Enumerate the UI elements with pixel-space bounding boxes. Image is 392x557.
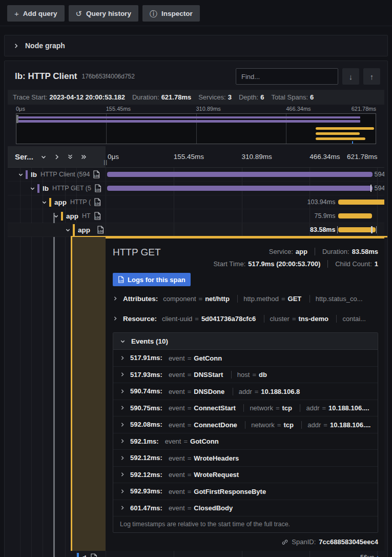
- span-row[interactable]: db LOG 56μs ↑: [8, 551, 384, 557]
- event-row[interactable]: 517.93ms: event=DNSStart host=db: [113, 367, 378, 384]
- span-id-value: 7cc688583045eec4: [319, 538, 378, 546]
- event-key: event: [169, 504, 185, 512]
- event-pair: event=DNSDone: [169, 388, 224, 395]
- timeline-gridline: [310, 209, 310, 223]
- span-row[interactable]: lb HTTP GET (5 LOG 594: [8, 182, 384, 195]
- span-name-cell[interactable]: app HTTP ( LOG: [8, 195, 106, 209]
- logs-for-span-button[interactable]: LOG Logs for this span: [113, 273, 191, 286]
- collapse-all-icon[interactable]: [80, 154, 87, 160]
- log-document-icon[interactable]: LOG: [94, 184, 101, 192]
- span-timeline-cell[interactable]: 594: [106, 182, 384, 195]
- find-prev-button[interactable]: ↓: [342, 68, 359, 85]
- span-timeline-cell[interactable]: 83.58ms: [106, 223, 384, 236]
- span-timeline-cell[interactable]: 103.94ms: [106, 195, 384, 209]
- span-row[interactable]: lb HTTP Client (594 LOG 594: [8, 168, 384, 182]
- span-duration-label: 594: [374, 185, 384, 192]
- event-row[interactable]: 517.91ms: event=GetConn: [113, 350, 378, 367]
- chevron-down-icon[interactable]: [30, 186, 35, 191]
- event-key: addr: [306, 404, 319, 412]
- event-row[interactable]: 592.12ms: event=WroteHeaders: [113, 450, 378, 467]
- query-toolbar: + Add query ↺ Query history ⓘ Inspector: [0, 0, 392, 26]
- equals-sign: =: [188, 388, 192, 395]
- detail-meta-pair: Child Count:1: [327, 260, 378, 268]
- toolbar-button[interactable]: ↺ Query history: [69, 5, 138, 22]
- detail-section-row[interactable]: Attributes: component=net/http http.meth…: [113, 288, 378, 308]
- events-list: 517.91ms: event=GetConn 517.93ms: [113, 350, 378, 516]
- minimap-canvas[interactable]: [16, 113, 376, 144]
- event-row[interactable]: 592.93ms: event=GotFirstResponseByte: [113, 483, 378, 500]
- find-input[interactable]: [236, 68, 338, 85]
- span-name-cell[interactable]: lb HTTP GET (5 LOG: [8, 182, 106, 195]
- span-row[interactable]: app HTTP ( LOG 103.94ms: [8, 195, 384, 209]
- span-duration-bar[interactable]: [338, 213, 372, 218]
- toolbar-button[interactable]: ⓘ Inspector: [142, 5, 200, 22]
- event-value: 10.188.106.8: [261, 388, 300, 395]
- chevron-down-icon[interactable]: [53, 213, 59, 219]
- chevron-down-icon[interactable]: [40, 154, 47, 160]
- log-document-icon[interactable]: LOG: [94, 212, 101, 220]
- trace-meta-strip: Trace Start:2023-04-12 20:00:53.182 Dura…: [8, 90, 384, 105]
- event-pairs: event=ConnectStart network=tcp addr=10.1…: [169, 403, 369, 412]
- span-timeline-cell[interactable]: 594: [106, 168, 384, 181]
- meta-value: 2023-04-12 20:00:53.182: [49, 93, 125, 101]
- trace-meta-item: Depth:6: [239, 93, 264, 101]
- minimap-viewport-handle[interactable]: [16, 115, 18, 123]
- equals-sign: =: [188, 354, 192, 362]
- log-document-icon[interactable]: LOG: [90, 553, 97, 557]
- log-document-icon[interactable]: LOG: [97, 226, 104, 234]
- link-icon[interactable]: [281, 539, 288, 546]
- log-document-icon[interactable]: LOG: [94, 198, 101, 206]
- detail-meta-value: 517.9ms (20:00:53.700): [248, 260, 320, 268]
- event-pair: event=GetConn: [169, 354, 222, 362]
- span-name-cell[interactable]: app HT LOG: [8, 209, 106, 223]
- span-service-name: db: [82, 554, 87, 557]
- minimap-span-bar: [352, 141, 353, 144]
- chevron-down-icon[interactable]: [42, 200, 47, 205]
- event-value: ConnectStart: [194, 404, 236, 412]
- span-duration-bar[interactable]: [338, 200, 384, 205]
- events-header[interactable]: Events (10): [113, 333, 378, 350]
- span-name-cell[interactable]: app LOG: [8, 223, 106, 236]
- span-service-name: app: [66, 212, 78, 220]
- span-duration-bar[interactable]: [338, 227, 376, 232]
- span-name-cell[interactable]: lb HTTP Client (594 LOG: [8, 168, 106, 181]
- log-document-icon[interactable]: LOG: [93, 170, 100, 178]
- collapse-one-icon[interactable]: [54, 154, 60, 160]
- span-duration-label: 75.9ms: [314, 212, 335, 220]
- node-graph-collapsible[interactable]: Node graph: [4, 35, 388, 56]
- meta-label: Depth:: [239, 93, 258, 101]
- expand-all-icon[interactable]: [67, 153, 73, 160]
- event-pair: event=WroteRequest: [169, 471, 239, 479]
- equals-sign: =: [255, 388, 259, 395]
- event-row[interactable]: 601.47ms: event=ClosedBody: [113, 500, 378, 517]
- span-timeline-cell[interactable]: 56μs ↑: [106, 551, 384, 557]
- minimap-span-bar: [316, 132, 360, 135]
- find-next-button[interactable]: ↑: [363, 68, 380, 85]
- span-name-cell[interactable]: db LOG: [8, 551, 106, 557]
- chevron-down-icon[interactable]: [65, 227, 71, 233]
- event-timestamp: 592.12ms:: [130, 454, 162, 462]
- span-duration-bar[interactable]: [107, 186, 372, 191]
- event-value: GotFirstResponseByte: [194, 488, 266, 495]
- event-row[interactable]: 592.08ms: event=ConnectDone network=tcp …: [113, 416, 378, 433]
- detail-section-row[interactable]: Resource: client-uuid=5d041736a78cfc6 cl…: [113, 308, 378, 328]
- span-title: HTTP GET: [113, 246, 184, 268]
- span-timeline-cell[interactable]: 75.9ms: [106, 209, 384, 223]
- timeline-gridline: [242, 209, 242, 223]
- attribute-pair: cluster=tns-demo: [264, 315, 328, 323]
- event-row[interactable]: 592.12ms: event=WroteRequest: [113, 467, 378, 484]
- span-row[interactable]: app HT LOG 75.9ms: [8, 209, 384, 223]
- span-duration-bar[interactable]: [107, 172, 372, 177]
- chevron-down-icon[interactable]: [18, 172, 24, 177]
- toolbar-button-label: Add query: [23, 10, 57, 17]
- toolbar-button[interactable]: + Add query: [7, 5, 65, 22]
- detail-meta-label: Start Time:: [213, 260, 245, 268]
- event-row[interactable]: 590.75ms: event=ConnectStart network=tcp…: [113, 400, 378, 417]
- event-timestamp: 517.91ms:: [130, 354, 162, 362]
- detail-meta-row: Start Time:517.9ms (20:00:53.700) Child …: [184, 260, 378, 268]
- event-row[interactable]: 592.1ms: event=GotConn: [113, 433, 378, 450]
- chevron-right-icon: [120, 505, 125, 510]
- event-pairs: event=GotFirstResponseByte: [169, 487, 266, 496]
- event-row[interactable]: 590.74ms: event=DNSDone addr=10.188.106.…: [113, 383, 378, 400]
- span-row[interactable]: app LOG 83.58ms: [8, 223, 384, 237]
